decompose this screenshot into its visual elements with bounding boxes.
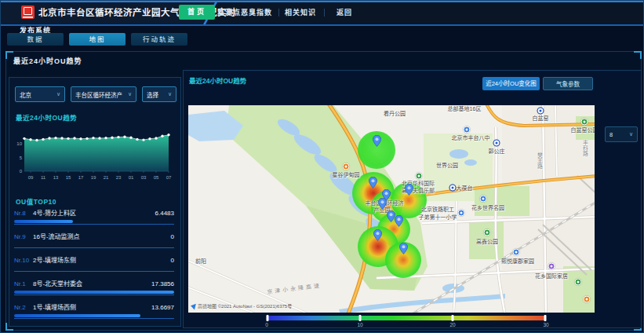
ou-value: 6.4483 <box>155 210 174 217</box>
progress-track <box>14 220 174 225</box>
map-label: 熙悦康郡家园 <box>501 258 534 264</box>
svg-text:15: 15 <box>66 175 71 180</box>
map-label: 郭公庄 <box>489 148 505 154</box>
map-panel-title: 最近24小时OU趋势 <box>189 75 246 85</box>
app-root: 北京市丰台区循环经济产业园大气恶臭状况实时 首页 监测点恶臭指数 相关知识 返回… <box>0 0 644 333</box>
legend-tick: 0 <box>265 322 268 328</box>
rank-label: Nr.1 <box>14 280 33 287</box>
panel-corner <box>5 51 13 59</box>
map-pin-icon[interactable] <box>395 215 403 230</box>
ou-change-map-button[interactable]: 近24小时OU变化图 <box>482 77 540 90</box>
top-list: Nr.84号-筛分上料区6.4483Nr.916号-流动监测点0Nr.102号-… <box>14 208 174 326</box>
ou-value: 0 <box>171 257 174 264</box>
progress-fill <box>14 291 174 294</box>
main-panel: 最近24小时OU趋势 北京 ∨ 丰台区循环经济产 ∨ 选择 ∨ 最近24小时OU… <box>5 51 642 331</box>
chevron-down-icon: ∨ <box>128 91 132 97</box>
map-pin-icon[interactable] <box>369 177 377 192</box>
nav-item-home[interactable]: 首页 <box>179 5 215 20</box>
green-poi-icon <box>416 173 423 180</box>
site-name: 2号-填埋场东侧 <box>33 255 171 264</box>
svg-text:21: 21 <box>104 175 109 180</box>
map-label: 星谷伊甸园 <box>333 172 360 177</box>
map-label: 世界公园 <box>436 163 458 168</box>
svg-text:11: 11 <box>41 175 46 180</box>
rank-label: Nr.9 <box>14 233 33 240</box>
site-name: 16号-流动监测点 <box>33 232 171 240</box>
map-pin-icon[interactable] <box>373 229 382 244</box>
legend-marker <box>358 315 361 321</box>
park-select[interactable]: 丰台区循环经济产 ∨ <box>71 86 136 102</box>
park-select-value: 丰台区循环经济产 <box>75 90 122 99</box>
app-header: 北京市丰台区循环经济产业园大气恶臭状况实时 首页 监测点恶臭指数 相关知识 返回 <box>1 1 643 26</box>
orange-poi-icon <box>584 296 591 303</box>
progress-track <box>14 267 174 272</box>
map-label: 花乡世界名园 <box>471 205 504 210</box>
map-attribution: 高德地图 ©2021 AutoNavi - GS(2021)6375号 <box>191 302 292 309</box>
app-logo-inner <box>24 7 32 15</box>
nav-separator <box>324 9 325 16</box>
progress-track <box>14 291 174 295</box>
panel-corner <box>634 51 642 59</box>
legend-marker <box>544 315 547 321</box>
weather-params-button[interactable]: 气象参数 <box>543 77 593 90</box>
map-label: 丰科路 <box>583 140 588 156</box>
map-pin-icon[interactable] <box>373 135 381 150</box>
nav-item-odor-index[interactable]: 监测点恶臭指数 <box>217 1 272 24</box>
site-select[interactable]: 选择 ∨ <box>142 86 176 102</box>
rank-label: Nr.8 <box>14 210 33 217</box>
site-name: 1号-填埋场西侧 <box>33 302 151 311</box>
rank-label: Nr.10 <box>14 257 33 264</box>
map-pin-icon[interactable] <box>378 198 387 213</box>
map-pin-icon[interactable] <box>405 184 413 199</box>
svg-text:13: 13 <box>53 175 59 180</box>
ou-value: 17.3856 <box>151 280 174 287</box>
svg-text:01: 01 <box>129 175 134 180</box>
blue-poi-icon <box>513 249 520 256</box>
rank-label: Nr.2 <box>14 304 33 311</box>
tab-map[interactable]: 地图 <box>69 33 126 46</box>
site-name: 8号-北天堂村委会 <box>33 279 151 287</box>
tab-track[interactable]: 行动轨迹 <box>131 33 187 46</box>
hour-select[interactable]: 8 ∨ <box>605 126 638 142</box>
chevron-down-icon: ∨ <box>168 91 172 97</box>
progress-fill <box>14 314 140 317</box>
blue-poi-icon <box>464 126 471 134</box>
top-list-item: Nr.916号-流动监测点0 <box>14 232 174 248</box>
city-select-value: 北京 <box>20 90 31 99</box>
nav-item-knowledge[interactable]: 相关知识 <box>285 1 316 24</box>
map-label: 樊羊路 <box>537 152 543 169</box>
map-label: 北京铁路职工 <box>421 207 454 212</box>
map-label: 花乡国际家居 <box>535 273 568 279</box>
map-canvas[interactable]: 看丹公园总部基地16区白盆窑白盆窑公园北京市丰台八中郭公庄星谷伊甸园世界公园大葆… <box>188 105 595 313</box>
chevron-down-icon: ∨ <box>629 131 633 137</box>
map-label: 前阳 <box>195 258 206 264</box>
legend-tick: 20 <box>449 322 455 328</box>
map-pin-icon[interactable] <box>399 243 408 258</box>
svg-text:23: 23 <box>116 175 122 180</box>
svg-text:0: 0 <box>20 169 23 174</box>
app-logo-icon <box>21 5 35 19</box>
subway-poi-icon <box>449 185 457 192</box>
svg-text:10: 10 <box>16 141 22 146</box>
map-label: 白盆窑公园 <box>571 127 595 133</box>
legend-tick: 10 <box>357 322 362 328</box>
top-list-item: Nr.21号-填埋场西侧13.6697 <box>14 302 174 319</box>
city-select[interactable]: 北京 ∨ <box>15 86 65 102</box>
svg-text:07: 07 <box>166 175 172 180</box>
ou-value: 13.6697 <box>151 304 174 311</box>
progress-track <box>14 243 174 248</box>
subway-poi-icon <box>493 140 500 147</box>
site-name: 4号-筛分上料区 <box>33 208 155 217</box>
map-label: 北京市丰台八中 <box>452 135 490 141</box>
map-label: 大葆台 <box>457 185 473 191</box>
hour-select-value: 8 <box>609 131 613 138</box>
progress-track <box>14 314 174 319</box>
tab-data[interactable]: 数据 <box>7 33 64 46</box>
svg-text:03: 03 <box>141 175 147 180</box>
blue-poi-icon <box>458 210 465 217</box>
nav-item-back[interactable]: 返回 <box>337 1 352 24</box>
site-select-value: 选择 <box>147 90 158 99</box>
map-label: 高鑫公园 <box>476 239 498 244</box>
green-poi-icon <box>575 279 582 286</box>
trend-chart: 0510091113151719212301030507 <box>12 121 175 187</box>
